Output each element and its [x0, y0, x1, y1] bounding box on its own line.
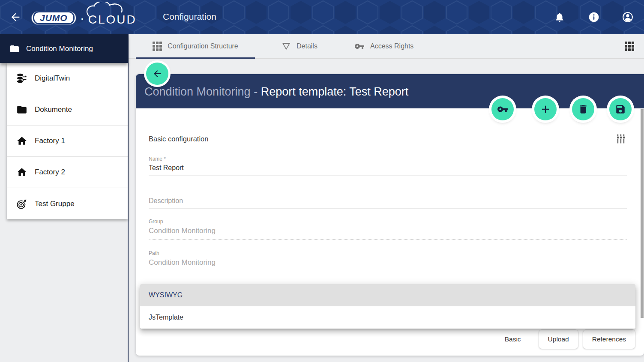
- tab-label: Configuration Structure: [168, 42, 238, 50]
- brand-dot: ·: [80, 12, 84, 24]
- funnel-icon: [282, 42, 291, 51]
- main-area: Configuration Structure Details Access R…: [129, 34, 644, 362]
- dropdown-option-jstemplate[interactable]: JsTemplate: [140, 306, 635, 329]
- template-type-dropdown: WYSIWYG JsTemplate: [140, 284, 635, 329]
- sidebar-item-label: Factory 1: [35, 137, 65, 145]
- app-bar: JUMO · CLOUD Configuration: [0, 0, 644, 34]
- detail-content: Condition Monitoring - Report template: …: [129, 59, 644, 362]
- folder-icon: [9, 44, 20, 54]
- section-title: Basic configuration: [149, 135, 208, 143]
- info-icon: [588, 12, 599, 23]
- jumo-logo-pill: JUMO: [32, 12, 76, 24]
- access-rights-fab-button[interactable]: [491, 98, 514, 120]
- detail-title-main: Report template: Test Report: [261, 85, 409, 98]
- back-arrow-icon: [9, 11, 21, 23]
- notifications-button[interactable]: [554, 12, 565, 23]
- sidebar-item-label: Test Gruppe: [35, 200, 75, 208]
- account-icon: [622, 12, 633, 23]
- dropdown-option-wysiwyg[interactable]: WYSIWYG: [140, 284, 635, 306]
- tab-label: Details: [297, 42, 318, 50]
- bottom-tab-basic[interactable]: Basic: [505, 335, 521, 343]
- save-icon: [615, 104, 626, 115]
- tune-settings-button[interactable]: [615, 133, 627, 145]
- sidebar: Condition Monitoring DigitalTwin: [0, 34, 129, 362]
- name-field-label: Name *: [149, 156, 627, 162]
- sidebar-item-factory-2[interactable]: Factory 2: [7, 157, 128, 188]
- account-button[interactable]: [622, 12, 633, 23]
- tab-label: Access Rights: [370, 42, 413, 50]
- tab-access-rights[interactable]: Access Rights: [354, 34, 413, 58]
- back-arrow-icon: [152, 69, 162, 79]
- target-icon: [16, 198, 27, 209]
- path-input: [149, 256, 627, 271]
- tune-sliders-icon: [615, 133, 627, 145]
- save-fab-button[interactable]: [609, 98, 632, 120]
- vertical-scrollbar[interactable]: [641, 109, 644, 318]
- delete-fab-button[interactable]: [572, 98, 594, 120]
- plus-icon: [539, 103, 551, 115]
- layout-grid-button[interactable]: [625, 42, 634, 51]
- bottom-tab-references[interactable]: References: [583, 329, 635, 349]
- trash-icon: [578, 104, 589, 115]
- tab-configuration-structure[interactable]: Configuration Structure: [136, 34, 255, 58]
- home-icon: [16, 135, 27, 147]
- cloud-logo: CLOUD: [88, 13, 137, 27]
- grid-icon: [625, 42, 634, 51]
- key-icon: [497, 104, 508, 115]
- key-icon: [354, 41, 365, 51]
- bottom-tab-row: Basic Upload References: [149, 329, 635, 349]
- sidebar-item-label: Factory 2: [35, 168, 65, 177]
- tab-bar: Configuration Structure Details Access R…: [129, 34, 644, 59]
- app-back-button[interactable]: [9, 11, 21, 23]
- info-button[interactable]: [588, 12, 599, 23]
- detail-title-band: Condition Monitoring - Report template: …: [136, 74, 644, 108]
- sidebar-item-label: Dokumente: [35, 105, 72, 114]
- sidebar-item-digitaltwin[interactable]: DigitalTwin: [7, 63, 128, 94]
- sidebar-items: DigitalTwin Dokumente Factory 1 Factory …: [7, 63, 128, 219]
- group-field-label: Group: [149, 218, 627, 224]
- sidebar-item-dokumente[interactable]: Dokumente: [7, 94, 128, 126]
- home-icon: [16, 167, 27, 178]
- bell-icon: [554, 12, 565, 23]
- page-title: Configuration: [163, 12, 216, 22]
- sidebar-group-label: Condition Monitoring: [26, 45, 93, 53]
- jumo-cloud-logo: JUMO · CLOUD: [32, 9, 137, 27]
- bottom-tab-upload[interactable]: Upload: [539, 329, 578, 349]
- grid-icon: [153, 42, 162, 51]
- dropdown-option-label: JsTemplate: [149, 314, 183, 321]
- digital-twin-icon: [16, 73, 27, 84]
- cloud-logo-text: CLOUD: [88, 13, 137, 26]
- group-input: [149, 224, 627, 239]
- sidebar-item-factory-1[interactable]: Factory 1: [7, 126, 128, 157]
- folder-icon: [16, 104, 27, 115]
- sidebar-group-header[interactable]: Condition Monitoring: [0, 34, 128, 63]
- tab-details[interactable]: Details: [282, 34, 318, 58]
- sidebar-item-test-gruppe[interactable]: Test Gruppe: [7, 188, 128, 219]
- basic-configuration-form: Basic configuration: [136, 133, 644, 349]
- detail-back-button[interactable]: [146, 63, 168, 85]
- sidebar-item-label: DigitalTwin: [35, 74, 70, 83]
- jumo-cloud-app: JUMO · CLOUD Configuration: [0, 0, 644, 362]
- detail-title-prefix: Condition Monitoring -: [144, 85, 261, 98]
- name-input[interactable]: [149, 162, 627, 176]
- detail-panel: Condition Monitoring - Report template: …: [136, 74, 644, 356]
- description-input[interactable]: [149, 195, 627, 209]
- add-fab-button[interactable]: [534, 98, 557, 120]
- jumo-logo-text: JUMO: [33, 11, 75, 24]
- dropdown-option-label: WYSIWYG: [149, 291, 183, 299]
- path-field-label: Path: [149, 250, 627, 256]
